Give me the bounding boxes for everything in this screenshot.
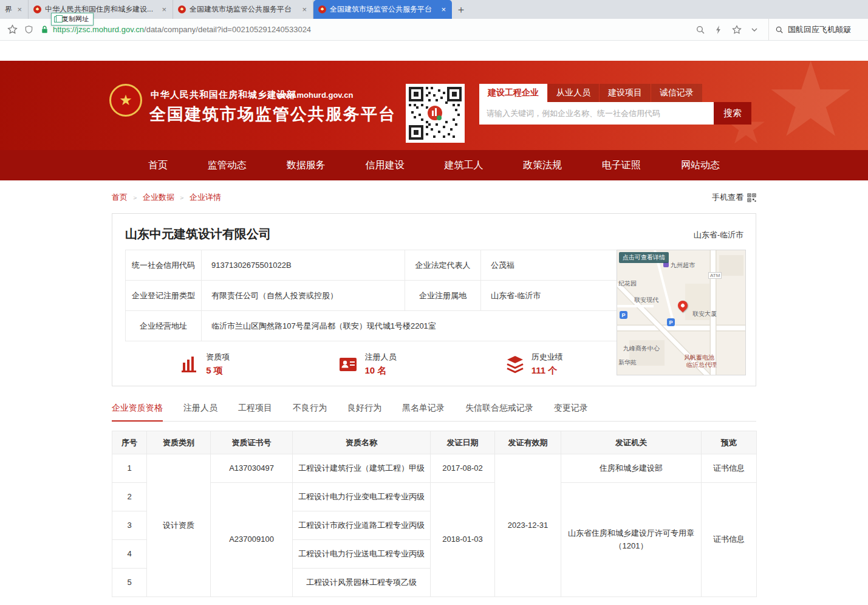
close-icon[interactable]: × bbox=[160, 5, 168, 13]
map-label: 临沂总代理 bbox=[686, 361, 717, 369]
cell-qual-name: 工程设计电力行业送电工程专业丙级 bbox=[293, 540, 431, 569]
cell-issue-date: 2017-08-02 bbox=[431, 454, 495, 483]
company-stats: 资质项 5 项 注册人员 10 名 历史业绩 111 个 bbox=[125, 352, 617, 377]
map-label: ATM bbox=[708, 272, 722, 279]
info-value: 临沂市兰山区陶然路107号星河晶都（联安）现代城1号楼2201室 bbox=[202, 311, 618, 341]
info-label: 企业经营地址 bbox=[126, 311, 202, 341]
decor-star-icon: ★ bbox=[765, 61, 857, 150]
url-text: https://jzsc.mohurd.gov.cn/data/company/… bbox=[53, 25, 311, 34]
nav-item-workers[interactable]: 建筑工人 bbox=[444, 159, 483, 172]
breadcrumb-enterprise-data[interactable]: 企业数据 bbox=[143, 192, 174, 203]
tab-blacklist[interactable]: 黑名单记录 bbox=[402, 403, 445, 421]
tab-registered-personnel[interactable]: 注册人员 bbox=[183, 403, 217, 421]
nav-item-home[interactable]: 首页 bbox=[148, 159, 168, 172]
shield-icon[interactable] bbox=[24, 25, 33, 35]
company-card: 山东中元建筑设计有限公司 山东省-临沂市 统一社会信用代码 9137130267… bbox=[112, 213, 756, 386]
new-tab-button[interactable]: ＋ bbox=[452, 0, 470, 19]
favorite-star-icon[interactable] bbox=[732, 25, 742, 35]
breadcrumb-home[interactable]: 首页 bbox=[112, 192, 128, 203]
map-label: 九州超市 bbox=[671, 261, 695, 270]
column-header: 资质证书号 bbox=[211, 431, 293, 454]
info-label: 企业登记注册类型 bbox=[126, 281, 202, 311]
browser-tab-1[interactable]: 界 × bbox=[0, 0, 29, 19]
cell-no: 4 bbox=[112, 540, 147, 569]
map-label: 新华苑 bbox=[618, 358, 637, 367]
url-box[interactable]: https://jzsc.mohurd.gov.cn/data/company/… bbox=[40, 25, 689, 34]
search-button[interactable]: 搜索 bbox=[714, 102, 751, 125]
close-icon[interactable]: × bbox=[16, 5, 23, 13]
hot-search-text: 国航回应飞机颠簸 bbox=[788, 24, 851, 35]
url-path: /data/company/detail?id=0021052912405330… bbox=[144, 25, 311, 34]
stat-label: 资质项 bbox=[206, 352, 230, 363]
lightning-icon[interactable] bbox=[714, 25, 723, 35]
copy-url-tooltip: 复制网址 bbox=[51, 13, 94, 26]
certificate-info-link[interactable]: 证书信息 bbox=[702, 454, 757, 483]
close-icon[interactable]: × bbox=[301, 5, 308, 13]
column-header: 资质名称 bbox=[293, 431, 431, 454]
search-tab-credit[interactable]: 诚信记录 bbox=[651, 84, 702, 102]
search-icon bbox=[775, 26, 784, 34]
info-label: 企业注册属地 bbox=[405, 281, 481, 311]
tab-bad-behavior[interactable]: 不良行为 bbox=[293, 403, 327, 421]
stat-qualifications: 资质项 5 项 bbox=[179, 352, 230, 377]
stat-label: 注册人员 bbox=[364, 352, 396, 363]
browser-tab-active[interactable]: 全国建筑市场监管公共服务平台 × bbox=[313, 0, 452, 19]
tab-qualifications[interactable]: 企业资质资格 bbox=[112, 403, 163, 422]
page-top-gap bbox=[0, 41, 868, 61]
nav-item-supervision[interactable]: 监管动态 bbox=[208, 159, 247, 172]
nav-item-site-news[interactable]: 网站动态 bbox=[681, 159, 720, 172]
search-tab-project[interactable]: 建设项目 bbox=[600, 84, 651, 102]
main-nav: 首页 监管动态 数据服务 信用建设 建筑工人 政策法规 电子证照 网站动态 bbox=[0, 150, 868, 180]
qualification-icon bbox=[179, 354, 200, 375]
search-tab-personnel[interactable]: 从业人员 bbox=[548, 84, 599, 102]
tab-good-behavior[interactable]: 良好行为 bbox=[347, 403, 381, 421]
table-row: 统一社会信用代码 91371302675501022B 企业法定代表人 公茂福 bbox=[126, 250, 618, 281]
cell-issue-date: 2018-01-03 bbox=[431, 483, 495, 597]
lock-icon bbox=[40, 25, 49, 34]
parking-icon: P bbox=[667, 318, 675, 326]
tab-dishonesty-records[interactable]: 失信联合惩戒记录 bbox=[465, 403, 533, 421]
parking-icon: P bbox=[620, 311, 627, 319]
browser-tab-2[interactable]: 中华人民共和国住房和城乡建设... × bbox=[29, 0, 173, 19]
mobile-view-label: 手机查看 bbox=[712, 192, 743, 203]
cell-category: 设计资质 bbox=[147, 454, 211, 597]
qualification-table: 序号 资质类别 资质证书号 资质名称 发证日期 发证有效期 发证机关 预览 1 … bbox=[112, 431, 757, 597]
cell-no: 1 bbox=[112, 454, 147, 483]
cell-qual-name: 工程设计建筑行业（建筑工程）甲级 bbox=[293, 454, 431, 483]
bookmark-star-icon[interactable] bbox=[7, 24, 18, 35]
certificate-info-link[interactable]: 证书信息 bbox=[702, 483, 757, 597]
stat-value: 10 名 bbox=[364, 365, 396, 377]
nav-item-e-license[interactable]: 电子证照 bbox=[602, 159, 641, 172]
column-header: 发证日期 bbox=[431, 431, 495, 454]
search-tab-enterprise[interactable]: 建设工程企业 bbox=[479, 84, 547, 102]
copy-icon bbox=[54, 16, 60, 22]
national-emblem-icon: ★ bbox=[109, 84, 142, 117]
detail-tabs: 企业资质资格 注册人员 工程项目 不良行为 良好行为 黑名单记录 失信联合惩戒记… bbox=[112, 403, 756, 422]
stat-value: 5 项 bbox=[206, 365, 230, 377]
nav-item-policy[interactable]: 政策法规 bbox=[523, 159, 562, 172]
tab-projects[interactable]: 工程项目 bbox=[238, 403, 272, 421]
browser-tab-3[interactable]: 全国建筑市场监管公共服务平台 × bbox=[173, 0, 313, 19]
nav-item-credit[interactable]: 信用建设 bbox=[366, 159, 405, 172]
keyword-search-input[interactable] bbox=[479, 102, 714, 125]
map-thumbnail[interactable]: 点击可查看详情 九州超市 ATM 纪花园 联安现代 联安大厦 九峰商务中心 新华… bbox=[617, 250, 746, 375]
browser-hot-search-box[interactable]: 国航回应飞机颠簸 bbox=[768, 19, 861, 40]
map-label: 纪花园 bbox=[618, 279, 637, 288]
nav-item-data-service[interactable]: 数据服务 bbox=[287, 159, 326, 172]
chevron-down-icon[interactable] bbox=[751, 26, 758, 33]
zoom-icon[interactable] bbox=[695, 25, 705, 35]
close-icon[interactable]: × bbox=[440, 5, 447, 13]
stat-registered-personnel: 注册人员 10 名 bbox=[338, 352, 396, 377]
cell-no: 5 bbox=[112, 569, 147, 597]
map-label: 联安现代 bbox=[634, 296, 658, 304]
map-hint-overlay: 点击可查看详情 bbox=[619, 252, 669, 263]
cell-qual-name: 工程设计市政行业道路工程专业丙级 bbox=[293, 511, 431, 540]
company-info-table: 统一社会信用代码 91371302675501022B 企业法定代表人 公茂福 … bbox=[125, 250, 618, 341]
mobile-view-button[interactable]: 手机查看 bbox=[712, 192, 756, 203]
stat-historical-performance: 历史业绩 111 个 bbox=[505, 352, 563, 377]
platform-title: 全国建筑市场监管公共服务平台 bbox=[149, 103, 396, 125]
info-value: 有限责任公司（自然人投资或控股） bbox=[202, 281, 405, 311]
tab-change-records[interactable]: 变更记录 bbox=[554, 403, 588, 421]
breadcrumb: 首页 企业数据 企业详情 手机查看 bbox=[112, 191, 756, 204]
info-value: 山东省-临沂市 bbox=[481, 281, 618, 311]
